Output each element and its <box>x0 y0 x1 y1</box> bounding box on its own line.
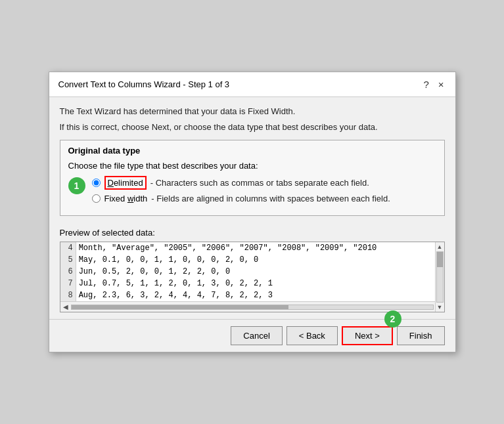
cancel-button[interactable]: Cancel <box>231 326 282 345</box>
table-row: 4Month, "Average", "2005", "2006", "2007… <box>60 242 435 254</box>
table-row: 8Aug, 2.3, 6, 3, 2, 4, 4, 4, 7, 8, 2, 2,… <box>60 289 435 301</box>
dialog-footer: 2 Cancel < Back Next > Finish <box>49 319 455 352</box>
choose-label: Choose the file type that best describes… <box>68 161 436 171</box>
v-scroll-thumb <box>437 252 443 267</box>
h-scroll-track[interactable] <box>71 305 434 310</box>
description-line1: The Text Wizard has determined that your… <box>60 105 445 118</box>
step2-circle: 2 <box>384 310 401 328</box>
radio-fixed-label[interactable]: Fixed width <box>104 194 148 203</box>
preview-label: Preview of selected data: <box>60 228 445 238</box>
horizontal-scrollbar[interactable]: ◀ ▶ <box>60 301 444 312</box>
radio-delimited[interactable] <box>92 179 101 187</box>
title-bar-controls: ? × <box>421 79 446 90</box>
radio-fixed[interactable] <box>92 194 101 203</box>
scroll-down-arrow[interactable]: ▼ <box>436 303 444 312</box>
v-scroll-track[interactable] <box>436 251 444 303</box>
row-content: Aug, 2.3, 6, 3, 2, 4, 4, 4, 7, 8, 2, 2, … <box>76 289 434 301</box>
delimited-rest: elimited <box>114 178 143 188</box>
fixed-desc: - Fields are aligned in columns with spa… <box>151 194 390 203</box>
radio-delimited-row: Delimited - Characters such as commas or… <box>92 176 390 190</box>
preview-box[interactable]: 4Month, "Average", "2005", "2006", "2007… <box>60 242 445 312</box>
scroll-up-arrow[interactable]: ▲ <box>436 242 444 251</box>
title-bar: Convert Text to Columns Wizard - Step 1 … <box>49 72 455 97</box>
fixed-rest: idth <box>133 194 147 203</box>
radio-delimited-label[interactable]: Delimited <box>104 176 147 190</box>
group-title: Original data type <box>68 146 436 156</box>
preview-content[interactable]: 4Month, "Average", "2005", "2006", "2007… <box>60 242 444 301</box>
row-number: 6 <box>60 266 76 278</box>
help-button[interactable]: ? <box>421 79 430 90</box>
finish-button[interactable]: Finish <box>397 326 445 345</box>
radio-options: Delimited - Characters such as commas or… <box>92 176 390 203</box>
data-type-group: Original data type Choose the file type … <box>60 140 445 216</box>
dialog-body: The Text Wizard has determined that your… <box>49 97 455 319</box>
dialog-title: Convert Text to Columns Wizard - Step 1 … <box>58 79 230 89</box>
row-content: May, 0.1, 0, 0, 1, 1, 0, 0, 0, 2, 0, 0 <box>76 254 434 266</box>
row-number: 5 <box>60 254 76 266</box>
table-row: 5May, 0.1, 0, 0, 1, 1, 0, 0, 0, 2, 0, 0 <box>60 254 435 266</box>
radio-fixed-row: Fixed width - Fields are aligned in colu… <box>92 194 390 203</box>
row-number: 4 <box>60 242 76 254</box>
row-content: Month, "Average", "2005", "2006", "2007"… <box>76 242 434 254</box>
back-button[interactable]: < Back <box>286 326 338 345</box>
table-row: 6Jun, 0.5, 2, 0, 0, 1, 2, 2, 0, 0 <box>60 266 435 278</box>
row-content: Jun, 0.5, 2, 0, 0, 1, 2, 2, 0, 0 <box>76 266 434 278</box>
step1-row: 1 Delimited - Characters such as commas … <box>68 176 436 203</box>
h-scroll-thumb <box>72 305 288 309</box>
vertical-scrollbar[interactable]: ▲ ▼ <box>435 242 444 312</box>
delimited-desc: - Characters such as commas or tabs sepa… <box>150 178 369 188</box>
delimited-underline: D <box>108 178 114 188</box>
description-line2: If this is correct, choose Next, or choo… <box>60 121 445 134</box>
preview-section: Preview of selected data: 4Month, "Avera… <box>60 228 445 312</box>
step1-circle: 1 <box>68 177 85 194</box>
table-row: 7Jul, 0.7, 5, 1, 1, 2, 0, 1, 3, 0, 2, 2,… <box>60 278 435 289</box>
close-button[interactable]: × <box>436 79 446 90</box>
dialog-window: Convert Text to Columns Wizard - Step 1 … <box>49 72 456 352</box>
row-content: Jul, 0.7, 5, 1, 1, 2, 0, 1, 3, 0, 2, 2, … <box>76 278 434 289</box>
next-button[interactable]: Next > <box>342 326 393 345</box>
row-number: 8 <box>60 289 76 301</box>
fixed-underline: w <box>127 194 133 203</box>
row-number: 7 <box>60 278 76 289</box>
scroll-left-arrow[interactable]: ◀ <box>62 303 70 310</box>
preview-table: 4Month, "Average", "2005", "2006", "2007… <box>60 242 435 301</box>
